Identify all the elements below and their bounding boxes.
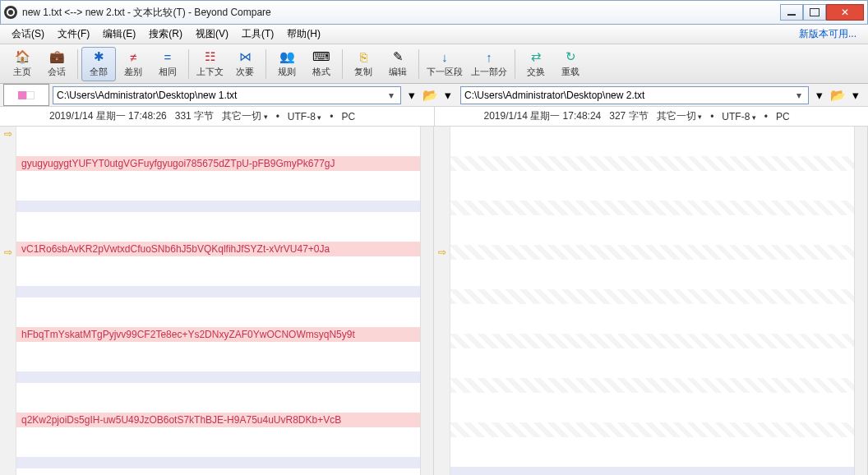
compare-thumbnail[interactable] [3,84,49,106]
window-controls [780,4,864,21]
right-size: 327 字节 [609,109,648,123]
arrow-icon[interactable]: ⇨ [0,245,16,260]
toolbar-separator [515,49,515,79]
context-button[interactable]: ☷上下文 [192,47,228,81]
gap-line [16,201,420,212]
right-text-area[interactable]: rWu5qSJGEnbsXNfJdq5L2Dyufytyygfhyh-dghyu… [450,127,854,475]
swap-icon: ⇄ [529,49,543,64]
copy-icon: ⎘ [356,49,371,64]
menubar: 会话(S) 文件(F) 编辑(E) 搜索(R) 视图(V) 工具(T) 帮助(H… [0,25,868,44]
next-section-button[interactable]: ↓下一区段 [422,47,467,81]
diff-line: hFbqTmYskatMTgPyjvv99CF2Te8ec+Ys2DNxyZAF… [16,327,420,342]
toolbar-separator [77,49,78,79]
menu-tools[interactable]: 工具(T) [235,25,280,44]
right-info: 2019/1/14 星期一 17:48:24 327 字节 其它一切 • UTF… [435,107,869,126]
rules-icon: 👥 [279,49,294,64]
same-icon: = [160,49,175,64]
same-button[interactable]: =相同 [150,47,185,81]
chevron-down-icon[interactable]: ▾ [386,90,397,101]
home-button[interactable]: 🏠主页 [5,47,39,81]
gap-line [16,371,420,383]
minimize-button[interactable] [780,4,803,21]
right-lineend: PC [776,111,790,122]
arrow-icon[interactable]: ⇨ [0,127,16,141]
missing-line [450,201,854,215]
right-gutter: ⇨ [434,127,450,475]
format-icon: ⌨ [314,49,329,64]
missing-line [450,289,854,304]
toolbar: 🏠主页 💼会话 ✱全部 ≠差别 =相同 ☷上下文 ⋈次要 👥规则 ⌨格式 ⎘复制… [0,44,868,84]
left-mtime: 2019/1/14 星期一 17:48:26 [49,109,167,123]
left-path-input[interactable]: C:\Users\Administrator\Desktop\new 1.txt… [53,86,401,104]
right-mtime: 2019/1/14 星期一 17:48:24 [484,109,602,123]
missing-line [450,245,854,260]
app-icon [4,6,17,19]
minor-button[interactable]: ⋈次要 [228,47,262,81]
left-history-icon[interactable]: ▾ [404,88,419,103]
menu-edit[interactable]: 编辑(E) [96,25,142,44]
left-path-text: C:\Users\Administrator\Desktop\new 1.txt [57,90,386,101]
chevron-down-icon[interactable]: ▾ [793,90,805,101]
maximize-button[interactable] [803,4,826,21]
copy-button[interactable]: ⎘复制 [346,47,381,81]
context-icon: ☷ [203,49,218,64]
session-button[interactable]: 💼会话 [39,47,74,81]
left-encoding-dropdown[interactable]: UTF-8 [288,111,322,122]
left-open-icon[interactable]: ▾ [441,88,455,103]
prev-icon: ↑ [482,49,496,64]
toolbar-separator [188,49,189,79]
edit-icon: ✎ [390,49,405,64]
left-text-area[interactable]: gyugyugygtYUFYT0utgVGFuyfgyugoi785675dZT… [16,127,420,475]
path-row: C:\Users\Administrator\Desktop\new 1.txt… [0,84,868,107]
left-scrollbar[interactable] [420,127,433,475]
left-path-pane: C:\Users\Administrator\Desktop\new 1.txt… [53,86,460,104]
right-browse-icon[interactable]: 📂 [830,88,845,103]
next-icon: ↓ [437,49,452,64]
reload-icon: ↻ [563,49,578,64]
diff-icon: ≠ [126,49,141,64]
close-button[interactable] [826,4,864,21]
toolbar-separator [418,49,419,79]
right-open-icon[interactable]: ▾ [848,88,863,103]
toolbar-separator [265,49,266,79]
right-path-input[interactable]: C:\Users\Administrator\Desktop\new 2.txt… [460,86,809,104]
session-icon: 💼 [49,49,64,64]
all-button[interactable]: ✱全部 [81,47,116,81]
missing-line [450,378,854,393]
missing-line [450,156,854,171]
menu-file[interactable]: 文件(F) [51,25,96,44]
left-size: 331 字节 [175,109,214,123]
right-history-icon[interactable]: ▾ [812,88,827,103]
info-row: 2019/1/14 星期一 17:48:26 331 字节 其它一切 • UTF… [0,107,868,127]
diff-button[interactable]: ≠差别 [116,47,150,81]
menu-session[interactable]: 会话(S) [5,25,51,44]
rules-button[interactable]: 👥规则 [270,47,304,81]
left-browse-icon[interactable]: 📂 [422,88,437,103]
gap-line [16,286,420,297]
menu-search[interactable]: 搜索(R) [142,25,189,44]
toolbar-separator [342,49,343,79]
reload-button[interactable]: ↻重载 [553,47,588,81]
menu-view[interactable]: 视图(V) [189,25,235,44]
format-button[interactable]: ⌨格式 [304,47,339,81]
right-path-text: C:\Users\Administrator\Desktop\new 2.txt [464,90,793,101]
edit-button[interactable]: ✎编辑 [381,47,415,81]
right-scrollbar[interactable] [854,127,867,475]
update-link[interactable]: 新版本可用... [792,25,863,44]
left-info: 2019/1/14 星期一 17:48:26 331 字节 其它一切 • UTF… [0,107,435,126]
left-filter-dropdown[interactable]: 其它一切 [222,109,268,123]
prev-part-button[interactable]: ↑上一部分 [467,47,511,81]
right-filter-dropdown[interactable]: 其它一切 [657,109,703,123]
swap-button[interactable]: ⇄交换 [519,47,553,81]
left-gutter: ⇨ ⇨ [0,127,16,475]
titlebar: new 1.txt <--> new 2.txt - 文本比较(T) - Bey… [0,0,868,25]
menu-help[interactable]: 帮助(H) [280,25,327,44]
diff-line: vC1Ro6sbAvKR2pVwtxdCfuoSNb6hJ5bVQKqlfihJ… [16,242,420,256]
right-encoding-dropdown[interactable]: UTF-8 [722,111,756,122]
missing-line [450,334,854,348]
window-title: new 1.txt <--> new 2.txt - 文本比较(T) - Bey… [22,6,780,20]
missing-line [450,422,854,437]
arrow-icon[interactable]: ⇨ [434,245,450,260]
gap-line [16,457,420,468]
diff-line: q2Kw2pjoiDs5gIH-uw5U49JzOB6otS7kThBJE-H9… [16,413,420,427]
